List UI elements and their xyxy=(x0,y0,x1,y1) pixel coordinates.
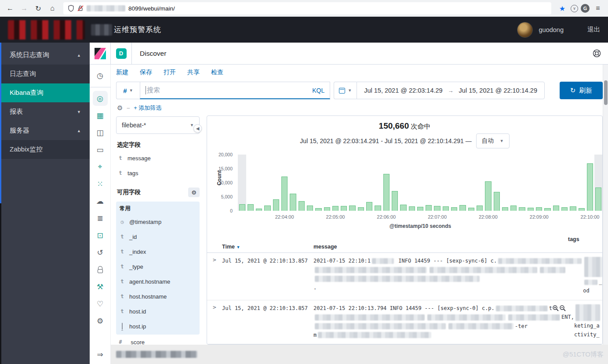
scrollbar[interactable] xyxy=(603,65,608,345)
column-tags[interactable]: tags xyxy=(568,236,602,242)
histogram-bar[interactable] xyxy=(264,205,270,211)
toolbar-link-共享[interactable]: 共享 xyxy=(187,68,200,76)
zoom-out-icon[interactable] xyxy=(560,305,566,311)
histogram-bar[interactable] xyxy=(273,199,279,211)
histogram-bar[interactable] xyxy=(544,208,550,211)
insecure-lock-icon[interactable] xyxy=(77,5,84,12)
field-item-host.hostname[interactable]: thost.hostname xyxy=(118,289,199,304)
interval-select[interactable]: 自动 ▼ xyxy=(476,133,510,148)
sidebar-item-系统日志查询[interactable]: 系统日志查询▲ xyxy=(0,46,90,65)
metrics-icon[interactable]: ☁ xyxy=(93,194,108,209)
saved-query-menu-button[interactable]: # ▼ xyxy=(116,82,140,99)
toolbar-link-检查[interactable]: 检查 xyxy=(211,68,223,76)
discover-app-badge[interactable]: D xyxy=(111,43,132,64)
recent-icon[interactable]: ◷ xyxy=(93,68,108,83)
bookmark-star-icon[interactable]: ★ xyxy=(557,4,568,13)
search-input[interactable]: 搜索 KQL xyxy=(140,82,330,99)
histogram-bar[interactable] xyxy=(366,202,372,211)
histogram-bar[interactable] xyxy=(299,201,305,211)
histogram-bar[interactable] xyxy=(519,207,525,211)
histogram-bar[interactable] xyxy=(570,206,576,211)
histogram-bar[interactable] xyxy=(528,208,534,211)
field-item-message[interactable]: tmessage xyxy=(116,151,200,166)
histogram-bar[interactable] xyxy=(358,207,364,211)
histogram-bar[interactable] xyxy=(502,207,508,211)
time-range-start[interactable]: Jul 15, 2021 @ 22:03:14.29 xyxy=(364,87,442,94)
index-pattern-select[interactable]: filebeat-* ▼ xyxy=(116,116,200,134)
histogram-bar[interactable] xyxy=(392,191,398,211)
expand-row-icon[interactable]: > xyxy=(207,304,222,340)
histogram-bar[interactable] xyxy=(595,187,601,211)
apm-icon[interactable]: ↺ xyxy=(93,245,108,260)
histogram-bar[interactable] xyxy=(451,207,457,211)
uptime-icon[interactable]: ⊡ xyxy=(93,228,108,243)
histogram-bar[interactable] xyxy=(290,194,296,211)
forward-icon[interactable]: → xyxy=(18,4,30,12)
field-item-_index[interactable]: t_index xyxy=(118,244,199,259)
field-item-host.id[interactable]: thost.id xyxy=(118,304,199,319)
stack-monitoring-icon[interactable]: ♡ xyxy=(93,296,108,311)
histogram-bar[interactable] xyxy=(477,205,483,211)
histogram-bar[interactable] xyxy=(417,207,423,211)
histogram-bar[interactable] xyxy=(281,177,288,211)
field-item-host.ip[interactable]: host.ip xyxy=(118,319,199,334)
dashboard-icon[interactable]: ◫ xyxy=(93,125,108,140)
time-range-end[interactable]: Jul 15, 2021 @ 22:10:14.29 xyxy=(459,87,537,94)
collapse-fields-panel-button[interactable]: ◀ xyxy=(193,124,202,133)
logout-button[interactable]: 退出 xyxy=(587,25,600,34)
expand-row-icon[interactable]: > xyxy=(207,256,222,296)
histogram-bar[interactable] xyxy=(510,205,517,211)
histogram-bar[interactable] xyxy=(256,209,262,211)
home-icon[interactable]: ⌂ xyxy=(47,4,58,12)
back-icon[interactable]: ← xyxy=(4,4,16,12)
table-row[interactable]: >Jul 15, 2021 @ 22:10:13.8572021-07-15 2… xyxy=(207,253,602,300)
zoom-in-icon[interactable] xyxy=(553,305,559,311)
canvas-icon[interactable]: ▭ xyxy=(93,142,108,157)
histogram-bar[interactable] xyxy=(248,204,254,211)
table-row[interactable]: >Jul 15, 2021 @ 22:10:13.8572021-07-15 2… xyxy=(207,300,602,345)
field-item-tags[interactable]: ttags xyxy=(116,166,200,180)
histogram-bar[interactable] xyxy=(332,206,339,211)
management-icon[interactable]: ⚙ xyxy=(93,314,108,328)
histogram-bar[interactable] xyxy=(553,205,559,211)
histogram-bar[interactable] xyxy=(579,208,585,211)
dev-tools-icon[interactable]: ⚒ xyxy=(93,279,108,294)
histogram-bar[interactable] xyxy=(587,163,593,211)
refresh-button[interactable]: ↻ 刷新 xyxy=(560,82,603,99)
user-avatar[interactable] xyxy=(517,22,533,38)
histogram-bar[interactable] xyxy=(409,206,415,211)
browser-menu-icon[interactable]: ≡ xyxy=(592,4,604,12)
browser-account-icon[interactable]: G xyxy=(581,4,590,13)
reload-icon[interactable]: ↻ xyxy=(33,4,44,13)
fields-settings-icon[interactable]: ⚙ xyxy=(188,187,200,197)
histogram-bar[interactable] xyxy=(485,181,491,211)
histogram-bar[interactable] xyxy=(324,207,330,211)
histogram-bar[interactable] xyxy=(468,208,474,211)
machine-learning-icon[interactable]: ⁙ xyxy=(93,177,108,191)
scrollbar-thumb[interactable] xyxy=(604,80,608,105)
sidebar-item-服务器[interactable]: 服务器▲ xyxy=(0,121,90,140)
kibana-logo[interactable] xyxy=(90,43,111,64)
kql-label[interactable]: KQL xyxy=(312,87,324,94)
field-item-_type[interactable]: t_type xyxy=(118,259,199,274)
histogram-bar[interactable] xyxy=(239,204,245,211)
maps-icon[interactable]: ⌖ xyxy=(93,159,108,174)
histogram-bar[interactable] xyxy=(341,206,347,211)
sidebar-item-Kibana查询[interactable]: Kibana查询 xyxy=(0,83,90,102)
sidebar-item-Zabbix监控[interactable]: Zabbix监控 xyxy=(0,140,90,159)
field-item-agent.hostname[interactable]: tagent.hostname xyxy=(118,274,199,289)
toolbar-link-打开[interactable]: 打开 xyxy=(164,68,176,76)
histogram-bar[interactable] xyxy=(434,206,440,211)
histogram-bar[interactable] xyxy=(536,207,542,211)
filter-gear-icon[interactable]: ⚙ xyxy=(117,104,123,112)
sort-desc-icon[interactable]: ▼ xyxy=(236,245,240,249)
histogram-bar[interactable] xyxy=(307,205,313,211)
field-item-@timestamp[interactable]: ◷@timestamp xyxy=(118,214,199,229)
collapse-icon[interactable]: ⇒ xyxy=(93,347,108,362)
address-bar[interactable]: 8099/webui/main/ xyxy=(63,2,551,14)
histogram-bar[interactable] xyxy=(426,205,432,211)
siem-icon[interactable] xyxy=(93,262,108,277)
field-item-_id[interactable]: t_id xyxy=(118,229,199,244)
toolbar-link-保存[interactable]: 保存 xyxy=(140,68,152,76)
shield-icon[interactable] xyxy=(68,5,74,12)
